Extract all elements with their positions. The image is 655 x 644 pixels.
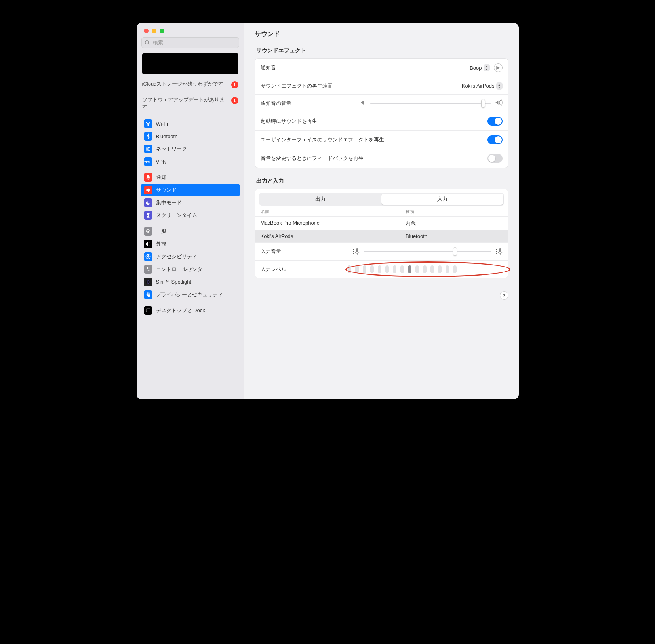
level-segment [393, 265, 396, 273]
dock-icon [144, 306, 152, 315]
sidebar-item-hourglass[interactable]: スクリーンタイム [141, 209, 240, 222]
level-segment [378, 265, 381, 273]
col-type: 種類 [406, 209, 502, 215]
tab-output[interactable]: 出力 [260, 194, 382, 205]
window-controls [137, 23, 244, 37]
tab-input[interactable]: 入力 [381, 194, 503, 205]
label: 入力音量 [261, 248, 281, 255]
row-startup-sound: 起動時にサウンドを再生 [255, 112, 508, 131]
level-segment [348, 265, 351, 273]
sidebar-item-label: 外観 [156, 240, 166, 248]
io-segmented: 出力 入力 [259, 193, 504, 206]
speaker-icon [144, 186, 152, 194]
close-icon[interactable] [144, 29, 149, 33]
page-title: サウンド [255, 30, 508, 38]
play-button[interactable] [494, 63, 503, 72]
zoom-icon[interactable] [160, 29, 164, 33]
minimize-icon[interactable] [152, 29, 156, 33]
hourglass-icon [144, 211, 152, 220]
sidebar-item-speaker[interactable]: サウンド [141, 184, 240, 196]
accessibility-icon [144, 252, 152, 261]
level-segment [408, 265, 411, 273]
controls-icon [144, 265, 152, 274]
sidebar-item-siri[interactable]: Siri と Spotlight [141, 276, 240, 288]
sidebar-item-label: アクセシビリティ [156, 253, 197, 260]
device-name: MacBook Pro Microphone [261, 220, 406, 227]
level-segment [355, 265, 359, 273]
sidebar-item-vpn[interactable]: VPNVPN [141, 155, 240, 168]
label: 通知音 [261, 64, 276, 71]
device-type: 内蔵 [406, 220, 502, 227]
search-icon [145, 40, 150, 46]
search-input[interactable] [141, 37, 239, 48]
nav-group: 一般外観アクセシビリティコントロールセンターSiri と Spotlightプラ… [141, 225, 240, 301]
alert-volume-slider[interactable] [370, 103, 491, 104]
chevron-updown-icon: ▲▼ [496, 82, 503, 90]
ui-effects-switch[interactable] [487, 135, 503, 144]
startup-sound-switch[interactable] [487, 117, 503, 126]
mic-low-icon [352, 248, 360, 255]
playback-device-popup[interactable]: Koki's AirPods ▲▼ [462, 82, 503, 90]
svg-point-5 [147, 231, 149, 232]
row-input-volume: 入力音量 [255, 243, 508, 260]
nav-group: Wi-FiBluetoothネットワークVPNVPN [141, 117, 240, 168]
row-volume-feedback: 音量を変更するときにフィードバックを再生 [255, 149, 508, 168]
sidebar-item-label: サウンド [156, 187, 177, 194]
sidebar-item-accessibility[interactable]: アクセシビリティ [141, 250, 240, 263]
gear-icon [144, 227, 152, 236]
sidebar-item-hand[interactable]: プライバシーとセキュリティ [141, 288, 240, 301]
notice-icloud[interactable]: iCloudストレージが残りわずかです 1 [142, 78, 238, 91]
sidebar-item-label: 通知 [156, 174, 166, 181]
mic-high-icon [495, 248, 503, 255]
label: 音量を変更するときにフィードバックを再生 [261, 155, 364, 162]
globe-icon [144, 145, 152, 153]
sidebar-item-label: コントロールセンター [156, 266, 208, 273]
device-name: Koki's AirPods [261, 233, 406, 239]
svg-marker-17 [496, 66, 499, 70]
svg-text:VPN: VPN [144, 160, 150, 163]
notice-update[interactable]: ソフトウェアアップデートがあります 1 [142, 94, 238, 112]
sidebar-item-bluetooth[interactable]: Bluetooth [141, 130, 240, 143]
help-button[interactable]: ? [500, 291, 508, 300]
sidebar-item-label: VPN [156, 159, 167, 165]
panel-output-input: 出力 入力 名前 種類 MacBook Pro Microphone 内蔵 Ko… [255, 189, 508, 278]
label: ユーザインターフェイスのサウンドエフェクトを再生 [261, 136, 384, 143]
sidebar-item-dock[interactable]: デスクトップと Dock [141, 304, 240, 317]
section-sound-effects: サウンドエフェクト [256, 47, 508, 54]
account-block[interactable] [142, 53, 238, 74]
sidebar-item-label: Bluetooth [156, 133, 178, 139]
svg-rect-18 [356, 248, 358, 252]
sidebar-item-controls[interactable]: コントロールセンター [141, 263, 240, 276]
col-name: 名前 [261, 209, 406, 215]
vpn-icon: VPN [144, 157, 152, 166]
sidebar-item-gear[interactable]: 一般 [141, 225, 240, 238]
sidebar-item-wifi[interactable]: Wi-Fi [141, 117, 240, 130]
sidebar-item-appearance[interactable]: 外観 [141, 238, 240, 250]
sidebar-item-label: ネットワーク [156, 145, 187, 152]
sidebar-item-label: プライバシーとセキュリティ [156, 291, 223, 298]
level-segment [415, 265, 419, 273]
row-input-level: 入力レベル [255, 260, 508, 278]
input-level-meter [348, 265, 503, 273]
sidebar-item-moon[interactable]: 集中モード [141, 196, 240, 209]
speaker-mute-icon [360, 99, 366, 107]
sidebar-item-bell[interactable]: 通知 [141, 171, 240, 184]
hand-icon [144, 290, 152, 299]
level-segment [363, 265, 366, 273]
wifi-icon [144, 119, 152, 128]
label: 通知音の音量 [261, 100, 291, 107]
row-alert-sound: 通知音 Boop ▲▼ [255, 59, 508, 77]
alert-sound-popup[interactable]: Boop ▲▼ [470, 64, 489, 71]
sidebar-item-label: 集中モード [156, 199, 182, 206]
device-row[interactable]: Koki's AirPods Bluetooth [255, 230, 508, 243]
nav-group: デスクトップと Dock [141, 304, 240, 317]
section-output-input: 出力と入力 [256, 177, 508, 185]
input-volume-slider[interactable] [364, 249, 491, 254]
level-segment [370, 265, 374, 273]
device-row[interactable]: MacBook Pro Microphone 内蔵 [255, 217, 508, 230]
level-segment [385, 265, 389, 273]
volume-feedback-switch[interactable] [487, 154, 503, 163]
sidebar-item-globe[interactable]: ネットワーク [141, 143, 240, 155]
device-type: Bluetooth [406, 233, 502, 239]
svg-point-13 [146, 280, 150, 284]
